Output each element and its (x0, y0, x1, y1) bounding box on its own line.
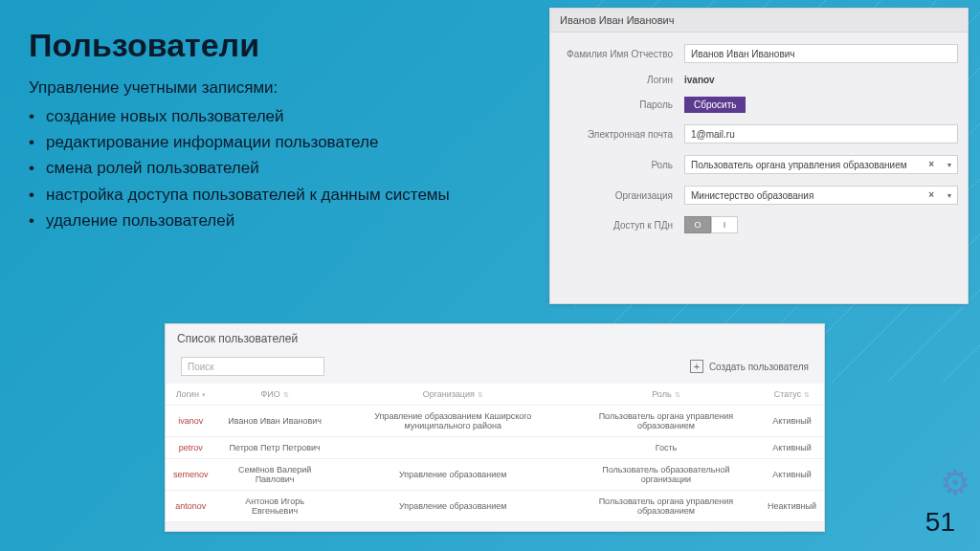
input-fio[interactable]: Иванов Иван Иванович (684, 44, 958, 63)
user-edit-panel: Иванов Иван Иванович Фамилия Имя Отчеств… (549, 8, 969, 304)
sort-icon: ⇅ (478, 391, 483, 398)
pdn-toggle[interactable]: O I (684, 216, 738, 233)
table-row[interactable]: antonov Антонов Игорь Евгеньевич Управле… (166, 491, 824, 522)
create-user-button[interactable]: + Создать пользователя (690, 360, 809, 373)
toggle-on[interactable]: O (684, 216, 711, 233)
sort-icon: ⇅ (283, 391, 289, 398)
table-row[interactable]: ivanov Иванов Иван Иванович Управление о… (166, 406, 824, 437)
col-role[interactable]: Роль⇅ (572, 384, 760, 406)
bullet-item: смена ролей пользователей (29, 155, 450, 181)
list-title: Список пользователей (166, 324, 824, 353)
label-pdn: Доступ к ПДн (560, 220, 684, 231)
table-body: ivanov Иванов Иван Иванович Управление о… (166, 406, 824, 522)
select-org[interactable]: Министерство образования × ▾ (684, 186, 958, 205)
table-row[interactable]: petrov Петров Петр Петрович Гость Активн… (166, 437, 824, 459)
search-input[interactable]: Поиск (181, 357, 324, 376)
label-email: Электронная почта (560, 129, 684, 140)
select-role[interactable]: Пользователь органа управления образован… (684, 155, 958, 174)
panel-header: Иванов Иван Иванович (550, 9, 968, 33)
create-user-label: Создать пользователя (709, 362, 809, 372)
slide-subtitle: Управление учетными записями: (29, 78, 278, 98)
toggle-off[interactable]: I (711, 216, 738, 233)
col-status[interactable]: Статус⇅ (760, 384, 824, 406)
sort-icon: ▾ (202, 391, 206, 398)
bullet-item: редактирование информации пользователе (29, 129, 450, 155)
clear-icon[interactable]: × (928, 159, 934, 169)
user-list-panel: Список пользователей Поиск + Создать пол… (165, 323, 825, 532)
label-fio: Фамилия Имя Отчество (560, 49, 684, 59)
label-password: Пароль (560, 99, 684, 110)
value-login: ivanov (684, 75, 715, 85)
label-login: Логин (560, 75, 684, 85)
table-row[interactable]: semenov Семёнов Валерий Павлович Управле… (166, 459, 824, 491)
bullet-item: удаление пользователей (29, 208, 450, 233)
chevron-down-icon[interactable]: ▾ (947, 161, 951, 169)
input-email[interactable]: 1@mail.ru (684, 124, 958, 143)
users-table: Логин▾ ФИО⇅ Организация⇅ Роль⇅ Статус⇅ i… (166, 384, 824, 522)
col-login[interactable]: Логин▾ (166, 384, 216, 406)
reset-password-button[interactable]: Сбросить (684, 97, 746, 113)
slide-title: Пользователи (29, 27, 259, 64)
col-org[interactable]: Организация⇅ (334, 384, 572, 406)
page-number: 51 (925, 507, 955, 538)
chevron-down-icon[interactable]: ▾ (947, 191, 951, 200)
gear-icon: ⚙ (940, 463, 970, 503)
label-org: Организация (560, 190, 684, 201)
sort-icon: ⇅ (675, 391, 680, 398)
bullet-item: настройка доступа пользователей к данным… (29, 182, 450, 208)
clear-icon[interactable]: × (928, 189, 934, 200)
sort-icon: ⇅ (804, 391, 810, 398)
bullet-list: создание новых пользователей редактирова… (29, 103, 450, 233)
plus-icon: + (690, 360, 703, 373)
label-role: Роль (560, 160, 684, 170)
col-fio[interactable]: ФИО⇅ (216, 384, 334, 406)
bullet-item: создание новых пользователей (29, 103, 450, 129)
